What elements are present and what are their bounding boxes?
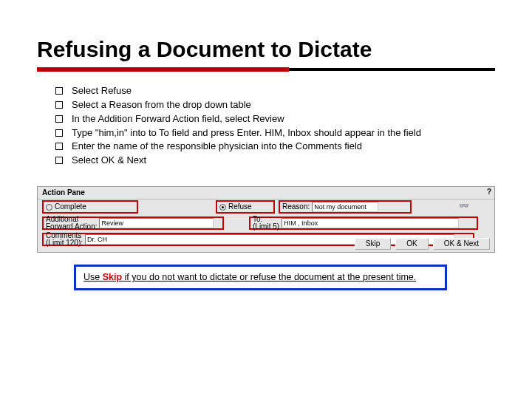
help-icon[interactable]: ? <box>487 188 491 196</box>
instruction-list: Select Refuse Select a Reason from the d… <box>37 84 495 168</box>
skip-note: Use Skip if you do not want to dictate o… <box>74 265 447 290</box>
pane-title: Action Pane <box>42 189 85 197</box>
forward-action-highlight: Additional Forward Action: Review <box>42 216 224 230</box>
note-text-post: if you do not want to dictate or refuse … <box>122 272 416 282</box>
refuse-option-highlight: Refuse <box>216 200 275 214</box>
comments-label-2: (Limit 120): <box>46 239 83 247</box>
skip-button[interactable]: Skip <box>355 238 391 250</box>
action-pane-screenshot: Action Pane ? Complete Refuse Reason: No… <box>37 186 495 253</box>
list-item: Select a Reason from the drop down table <box>55 98 495 112</box>
note-text-pre: Use <box>83 272 103 282</box>
complete-radio[interactable] <box>46 204 52 211</box>
to-label-2: (Limit 5) <box>253 223 279 231</box>
title-rule <box>37 68 495 71</box>
binoculars-icon[interactable]: 👓 <box>459 202 469 210</box>
ok-next-button[interactable]: OK & Next <box>433 238 490 250</box>
list-item: Type "him,in" into to To field and press… <box>55 126 495 140</box>
to-field[interactable]: HIM , Inbox <box>282 218 459 228</box>
reason-field-highlight: Reason: Not my document <box>279 200 412 214</box>
ok-button[interactable]: OK <box>395 238 428 250</box>
refuse-radio[interactable] <box>219 204 226 211</box>
complete-label: Complete <box>55 203 86 211</box>
slide-title: Refusing a Document to Dictate <box>37 37 495 62</box>
to-field-highlight: To: (Limit 5) HIM , Inbox <box>249 216 478 230</box>
reason-label: Reason: <box>282 203 310 211</box>
list-item: In the Addition Forward Action field, se… <box>55 112 495 126</box>
list-item: Select Refuse <box>55 84 495 98</box>
list-item: Enter the name of the responsible physic… <box>55 140 495 154</box>
list-item: Select OK & Next <box>55 154 495 168</box>
reason-dropdown[interactable]: Not my document <box>312 202 378 212</box>
complete-option-highlight: Complete <box>42 200 138 214</box>
note-skip-word: Skip <box>103 272 122 282</box>
forward-action-dropdown[interactable]: Review <box>99 218 214 228</box>
refuse-label: Refuse <box>228 203 252 211</box>
forward-label-2: Forward Action: <box>46 223 97 231</box>
